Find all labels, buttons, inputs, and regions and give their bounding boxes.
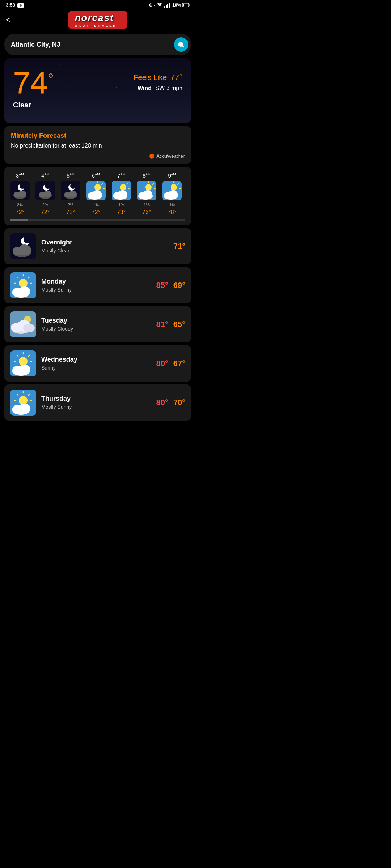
hourly-row[interactable]: 3AM 2% 72° 4AM 2% 72° 5AM bbox=[7, 173, 188, 216]
logo-alert: ALERT bbox=[102, 24, 121, 27]
daily-day: Tuesday bbox=[41, 317, 151, 324]
back-button[interactable]: < bbox=[6, 15, 10, 25]
daily-forecast-card[interactable]: Wednesday Sunny 80° 67° bbox=[4, 345, 191, 382]
svg-rect-2 bbox=[20, 3, 22, 4]
hour-item[interactable]: 5AM 2% 72° bbox=[58, 173, 83, 216]
svg-point-60 bbox=[171, 184, 177, 191]
svg-point-19 bbox=[20, 183, 25, 189]
hour-icon bbox=[10, 181, 30, 200]
daily-temps: 81° 65° bbox=[156, 320, 185, 329]
svg-point-91 bbox=[19, 357, 28, 366]
daily-temps: 80° 70° bbox=[156, 398, 185, 407]
daily-temps: 71° bbox=[173, 242, 185, 251]
daily-forecast-card[interactable]: Overnight Mostly Clear 71° bbox=[4, 228, 191, 264]
daily-low: 65° bbox=[173, 320, 185, 329]
hour-precip: 2% bbox=[68, 203, 73, 207]
hour-temp: 72° bbox=[92, 209, 100, 216]
svg-point-28 bbox=[43, 191, 51, 197]
accuweather-name: AccuWeather bbox=[156, 153, 185, 159]
svg-rect-10 bbox=[167, 4, 168, 8]
daily-icon bbox=[10, 350, 36, 376]
svg-point-31 bbox=[70, 183, 76, 189]
svg-point-34 bbox=[69, 191, 77, 197]
daily-low: 67° bbox=[173, 359, 185, 368]
svg-point-89 bbox=[23, 324, 35, 332]
daily-high: 80° bbox=[156, 398, 168, 407]
svg-point-42 bbox=[92, 190, 102, 198]
status-time: 3:53 bbox=[6, 2, 24, 8]
daily-forecast-container: Overnight Mostly Clear 71° Monday Mostly… bbox=[0, 228, 196, 421]
svg-point-36 bbox=[94, 184, 101, 191]
svg-line-46 bbox=[127, 184, 128, 184]
daily-day: Thursday bbox=[41, 395, 151, 403]
svg-line-38 bbox=[102, 184, 102, 184]
svg-rect-6 bbox=[154, 5, 154, 6]
logo-norcast: norcast bbox=[75, 12, 114, 23]
hour-item[interactable]: 9AM 1% 78° bbox=[159, 173, 185, 216]
svg-point-100 bbox=[19, 365, 30, 374]
photo-icon bbox=[17, 3, 24, 8]
hour-label: 4AM bbox=[41, 173, 49, 179]
search-bar[interactable]: Atlantic City, NJ bbox=[4, 34, 191, 55]
hour-temp: 72° bbox=[66, 209, 75, 216]
svg-point-1 bbox=[20, 4, 22, 7]
hour-precip: 1% bbox=[144, 203, 150, 207]
svg-rect-5 bbox=[152, 5, 155, 5]
weather-hero: 74° Feels Like 77° Wind SW 3 mph Clear bbox=[4, 58, 191, 123]
battery-level: 10% bbox=[172, 3, 181, 8]
svg-point-74 bbox=[19, 279, 28, 288]
daily-forecast-card[interactable]: Monday Mostly Sunny 85° 69° bbox=[4, 267, 191, 303]
daily-high: 80° bbox=[156, 359, 168, 368]
daily-info: Wednesday Sunny bbox=[41, 356, 151, 371]
hourly-forecast-section[interactable]: 3AM 2% 72° 4AM 2% 72° 5AM bbox=[4, 167, 191, 225]
daily-info: Tuesday Mostly Cloudy bbox=[41, 317, 151, 332]
hour-label: 9AM bbox=[168, 173, 176, 179]
battery-icon bbox=[182, 3, 190, 7]
signal-icon bbox=[164, 3, 171, 8]
hour-precip: 1% bbox=[169, 203, 175, 207]
hour-precip: 2% bbox=[17, 203, 23, 207]
daily-condition: Sunny bbox=[41, 365, 151, 371]
daily-icon bbox=[10, 311, 36, 337]
hour-label: 8AM bbox=[143, 173, 150, 179]
svg-point-83 bbox=[19, 286, 30, 296]
hour-item[interactable]: 6AM 1% 72° bbox=[83, 173, 109, 216]
svg-line-62 bbox=[178, 184, 178, 184]
svg-point-4 bbox=[150, 4, 151, 5]
svg-point-50 bbox=[118, 190, 127, 198]
hour-item[interactable]: 8AM 1% 76° bbox=[134, 173, 159, 216]
svg-point-66 bbox=[168, 190, 178, 198]
app-logo: norcast WEATHER ALERT bbox=[68, 11, 127, 29]
hour-temp: 72° bbox=[16, 209, 24, 216]
daily-high: 85° bbox=[156, 281, 168, 290]
svg-point-72 bbox=[18, 244, 31, 255]
hour-temp: 76° bbox=[142, 209, 151, 216]
status-bar: 3:53 10% bbox=[0, 0, 196, 9]
city-name: Atlantic City, NJ bbox=[11, 41, 60, 48]
svg-point-69 bbox=[24, 235, 31, 243]
svg-point-25 bbox=[45, 183, 51, 189]
svg-rect-8 bbox=[164, 6, 165, 8]
time-display: 3:53 bbox=[6, 2, 15, 8]
hour-label: 3AM bbox=[16, 173, 24, 179]
search-button[interactable] bbox=[174, 37, 188, 52]
hour-temp: 78° bbox=[168, 209, 176, 216]
hour-item[interactable]: 4AM 2% 72° bbox=[33, 173, 58, 216]
hour-icon bbox=[112, 181, 131, 200]
hour-label: 5AM bbox=[67, 173, 74, 179]
svg-point-22 bbox=[18, 191, 26, 197]
hour-item[interactable]: 7AM 1% 73° bbox=[109, 173, 134, 216]
daily-info: Thursday Mostly Sunny bbox=[41, 395, 151, 410]
daily-forecast-card[interactable]: Tuesday Mostly Cloudy 81° 65° bbox=[4, 306, 191, 342]
hour-icon bbox=[162, 181, 182, 200]
svg-line-16 bbox=[182, 46, 184, 47]
hour-temp: 73° bbox=[117, 209, 126, 216]
daily-high: 81° bbox=[156, 320, 168, 329]
daily-forecast-card[interactable]: Thursday Mostly Sunny 80° 70° bbox=[4, 384, 191, 421]
svg-point-52 bbox=[145, 184, 152, 191]
hour-label: 6AM bbox=[92, 173, 100, 179]
daily-icon bbox=[10, 390, 36, 416]
hour-icon bbox=[137, 181, 156, 200]
hour-item[interactable]: 3AM 2% 72° bbox=[7, 173, 33, 216]
status-indicators: 10% bbox=[149, 3, 190, 8]
